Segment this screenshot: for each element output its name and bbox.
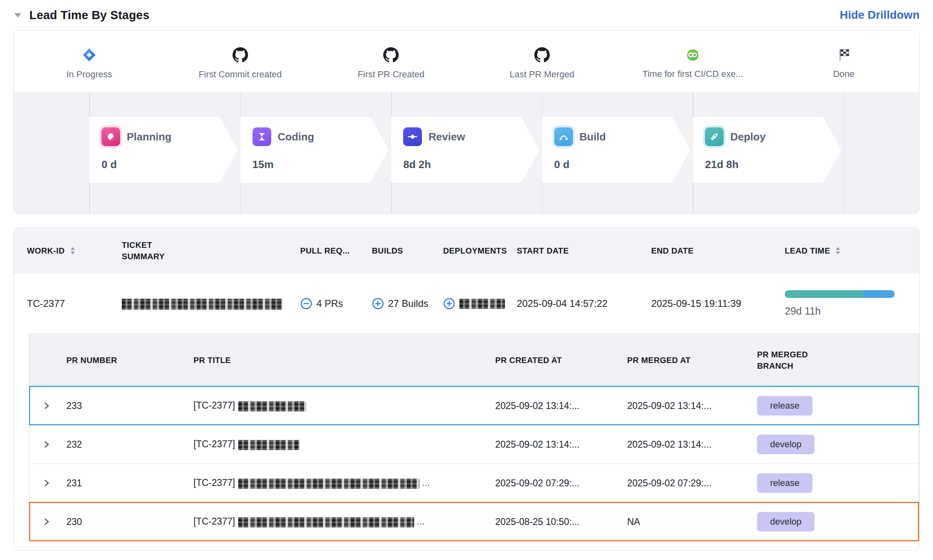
pr-merged-at: 2025-09-02 13:14:... xyxy=(627,439,711,450)
section-header: Lead Time By Stages Hide Drilldown xyxy=(13,0,920,30)
github-icon xyxy=(383,47,399,63)
page-title: Lead Time By Stages xyxy=(29,9,149,22)
deployments-toggle[interactable] xyxy=(443,298,517,310)
pr-title-redacted xyxy=(238,517,414,527)
milestone-label: First PR Created xyxy=(358,69,424,80)
work-item-row: TC-2377 4 PRs 27 Builds 202 xyxy=(14,273,919,334)
stage-chevron-area: Planning 0 d Coding 15m xyxy=(14,92,919,213)
stage-build: Build 0 d xyxy=(542,117,691,183)
collapse-triangle-icon[interactable] xyxy=(13,12,22,18)
stage-name: Build xyxy=(580,131,606,143)
stage-coding: Coding 15m xyxy=(240,117,389,183)
milestone-in-progress: In Progress xyxy=(14,31,165,92)
work-items-table-panel: WORK-ID TICKET SUMMARY PULL REQ... BUILD… xyxy=(13,228,920,551)
header-pull-requests: PULL REQ... xyxy=(300,246,350,255)
lead-time-bar-segment-blue xyxy=(863,290,895,298)
header-pr-merged-at: PR MERGED AT xyxy=(627,356,691,365)
milestone-done: Done xyxy=(768,31,920,92)
pr-row-232[interactable]: 232 [TC-2377] 2025-09-02 13:14:... 2025-… xyxy=(29,425,919,464)
work-table-header: WORK-ID TICKET SUMMARY PULL REQ... BUILD… xyxy=(14,228,919,273)
pr-title-redacted xyxy=(238,440,299,450)
header-end-date: END DATE xyxy=(651,246,694,255)
planning-icon xyxy=(101,127,120,146)
expand-chevron-icon[interactable] xyxy=(42,478,51,488)
milestone-first-pr: First PR Created xyxy=(316,31,467,92)
pr-merged-at: 2025-09-02 07:29:... xyxy=(627,478,711,488)
branch-badge: develop xyxy=(757,435,814,454)
circle-minus-icon xyxy=(300,298,312,310)
lead-time-bar xyxy=(785,290,895,298)
pr-row-233[interactable]: 233 [TC-2377] 2025-09-02 13:14:... 2025-… xyxy=(29,386,919,425)
milestone-row: In Progress First Commit created First P… xyxy=(14,31,919,92)
coding-hourglass-icon xyxy=(252,127,271,146)
header-start-date: START DATE xyxy=(517,246,569,255)
hide-drilldown-link[interactable]: Hide Drilldown xyxy=(840,9,920,22)
pr-number: 233 xyxy=(66,400,82,411)
pr-title-ellipsis: ... xyxy=(417,516,424,527)
pr-number: 231 xyxy=(66,478,82,488)
circle-plus-icon xyxy=(443,298,455,310)
header-deployments: DEPLOYMENTS xyxy=(443,246,507,255)
milestone-label: Done xyxy=(833,69,854,79)
build-pipeline-icon xyxy=(554,127,573,146)
milestone-label: In Progress xyxy=(66,69,112,80)
branch-badge: release xyxy=(757,473,812,493)
github-icon xyxy=(233,47,248,63)
lead-time-value: 29d 11h xyxy=(785,305,907,317)
finish-flag-icon xyxy=(836,48,851,62)
header-lead-time[interactable]: LEAD TIME xyxy=(785,246,841,256)
review-commit-icon xyxy=(403,127,422,146)
pr-table-header: PR NUMBER PR TITLE PR CREATED AT PR MERG… xyxy=(29,334,919,386)
milestone-last-pr-merged: Last PR Merged xyxy=(467,31,618,92)
cicd-infinity-icon xyxy=(685,48,700,62)
work-id-value: TC-2377 xyxy=(27,298,65,309)
column-divider xyxy=(844,92,845,213)
pr-created-at: 2025-09-02 13:14:... xyxy=(495,439,580,450)
milestone-label: First Commit created xyxy=(199,69,282,80)
pr-row-230[interactable]: 230 [TC-2377]... 2025-08-25 10:50:... NA… xyxy=(29,502,919,541)
milestone-label: Time for first CI/CD exe... xyxy=(643,69,743,79)
stage-name: Review xyxy=(428,131,465,143)
stage-review: Review 8d 2h xyxy=(391,117,540,183)
stage-planning: Planning 0 d xyxy=(89,117,238,183)
end-date-value: 2025-09-15 19:11:39 xyxy=(651,298,741,309)
milestone-label: Last PR Merged xyxy=(509,69,574,80)
stage-duration: 8d 2h xyxy=(403,158,540,171)
lead-time-drilldown: Lead Time By Stages Hide Drilldown In Pr… xyxy=(0,0,933,551)
pr-number: 230 xyxy=(66,516,82,527)
pr-row-231[interactable]: 231 [TC-2377]... 2025-09-02 07:29:... 20… xyxy=(29,464,919,502)
sort-icon xyxy=(835,246,841,255)
stage-name: Coding xyxy=(278,131,314,143)
deploy-rocket-icon xyxy=(705,127,724,146)
jira-in-progress-icon xyxy=(81,47,97,63)
expand-chevron-icon[interactable] xyxy=(42,517,51,527)
milestone-first-commit: First Commit created xyxy=(165,31,316,92)
header-pr-title: PR TITLE xyxy=(193,356,231,365)
pr-created-at: 2025-09-02 13:14:... xyxy=(495,400,580,411)
expand-chevron-icon[interactable] xyxy=(42,401,51,411)
header-pr-number: PR NUMBER xyxy=(66,356,117,365)
sort-icon xyxy=(70,246,76,255)
expand-chevron-icon[interactable] xyxy=(42,440,51,449)
branch-badge: release xyxy=(757,396,812,416)
deployments-redacted xyxy=(459,299,505,309)
start-date-value: 2025-09-04 14:57:22 xyxy=(517,298,608,309)
pr-title-prefix: [TC-2377] xyxy=(193,439,235,449)
pr-created-at: 2025-08-25 10:50:... xyxy=(495,516,580,527)
stage-duration: 21d 8h xyxy=(705,158,841,171)
header-work-id[interactable]: WORK-ID xyxy=(27,246,76,256)
lead-time-bar-segment-teal xyxy=(785,290,863,298)
stage-deploy: Deploy 21d 8h xyxy=(693,117,841,183)
pr-number: 232 xyxy=(66,439,82,450)
pr-title-prefix: [TC-2377] xyxy=(193,516,235,527)
pull-requests-toggle[interactable]: 4 PRs xyxy=(300,298,372,310)
stage-duration: 0 d xyxy=(101,158,238,171)
header-ticket-summary: TICKET SUMMARY xyxy=(122,239,193,262)
builds-toggle[interactable]: 27 Builds xyxy=(372,298,443,310)
header-pr-created-at: PR CREATED AT xyxy=(495,356,562,365)
stage-duration: 0 d xyxy=(554,158,691,171)
pr-sub-table: PR NUMBER PR TITLE PR CREATED AT PR MERG… xyxy=(29,334,919,541)
stage-name: Planning xyxy=(127,131,171,143)
pr-title-prefix: [TC-2377] xyxy=(193,400,235,411)
header-pr-merged-branch: PR MERGED BRANCH xyxy=(757,349,828,372)
